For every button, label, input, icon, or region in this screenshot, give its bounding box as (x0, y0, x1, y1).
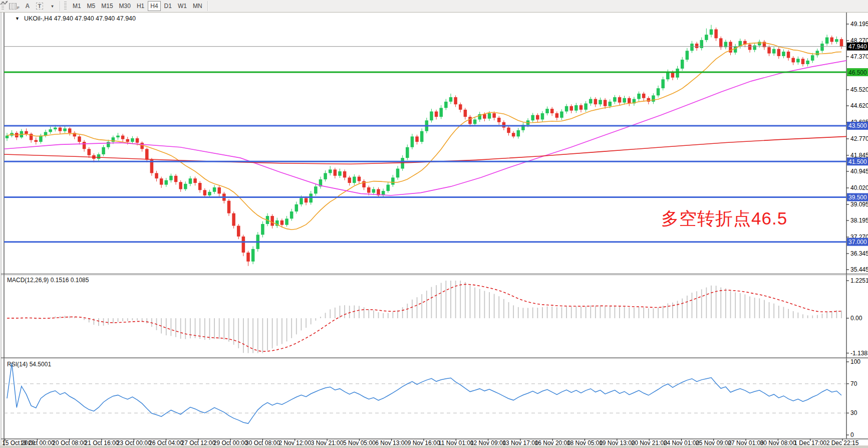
svg-text:37.000: 37.000 (848, 239, 867, 246)
symbol-dropdown-icon[interactable]: ▼ (15, 16, 20, 21)
timeframe-toolbar: M1M5M15M30H1H4D1W1MN (70, 1, 205, 11)
toolbar-separator (60, 1, 61, 11)
rsi-axis-tick: 30 (850, 409, 857, 416)
timeframe-M30[interactable]: M30 (117, 1, 133, 11)
price-tick: 36.345 (850, 250, 868, 257)
chart-title: ▼ UKOil-,H4 47.940 47.940 47.940 47.940 (15, 15, 136, 22)
price-tick: 35.445 (850, 266, 868, 273)
boxed-t-icon: T (36, 3, 44, 10)
mt4-window: F A T ▾ M1M5M15M30H1H4D1W1MN 49.19548.27… (0, 0, 868, 448)
price-tick: 40.020 (850, 184, 868, 191)
date-label: 30 Oct 08:00 (245, 439, 280, 446)
macd-axis-tick: -1.1383 (850, 350, 868, 357)
text-label-tool[interactable]: A (22, 1, 34, 11)
price-tick: 44.620 (850, 102, 868, 109)
text-box-tool[interactable]: T (34, 1, 46, 11)
price-tick: 49.195 (850, 21, 868, 28)
date-label: 27 Nov 01:00 (728, 439, 764, 446)
timeframe-M1[interactable]: M1 (70, 1, 84, 11)
rsi-axis-tick: 0 (850, 431, 854, 438)
svg-text:47.940: 47.940 (848, 43, 867, 50)
price-tick: 45.520 (850, 86, 868, 93)
rsi-line (7, 363, 841, 423)
date-label: 2 Dec 22:15 (826, 439, 859, 446)
toolbar-separator-2 (207, 1, 208, 11)
date-label: 20 Oct 08:00 (52, 439, 87, 446)
letter-a-icon: A (26, 3, 30, 10)
timeframe-drag-handle[interactable] (64, 2, 67, 11)
date-label: 2 Nov 12:00 (278, 439, 311, 446)
date-label: 18 Nov 05:00 (567, 439, 603, 446)
timeframe-H4[interactable]: H4 (148, 1, 160, 11)
date-label: 24 Nov 01:00 (664, 439, 700, 446)
svg-text:39.500: 39.500 (848, 194, 867, 201)
price-tick: 39.095 (850, 201, 868, 208)
toolbar: F A T ▾ M1M5M15M30H1H4D1W1MN (0, 0, 868, 13)
date-label: 1 Dec 17:00 (794, 439, 826, 446)
date-label: 20 Nov 21:00 (631, 439, 667, 446)
date-label: 5 Nov 05:00 (343, 439, 376, 446)
date-label: 11 Nov 01:00 (438, 439, 474, 446)
timeframe-D1[interactable]: D1 (162, 1, 174, 11)
macd-axis-tick: 1.2251 (850, 277, 868, 284)
price-tick: 40.945 (850, 168, 868, 175)
grid-icon (9, 3, 17, 10)
svg-text:46.500: 46.500 (848, 69, 867, 76)
date-label: 9 Nov 16:00 (408, 439, 440, 446)
chart-title-text: UKOil-,H4 47.940 47.940 47.940 47.940 (24, 15, 136, 22)
grid-properties-tool[interactable]: F (7, 1, 22, 11)
date-label: 21 Oct 16:00 (85, 439, 119, 446)
date-label: 6 Nov 13:00 (375, 439, 408, 446)
annotation-text[interactable]: 多空转折点46.5 (661, 207, 787, 231)
timeframe-M15[interactable]: M15 (99, 1, 115, 11)
date-label: 3 Nov 21:00 (311, 439, 344, 446)
date-label: 29 Oct 00:00 (213, 439, 248, 446)
svg-text:41.500: 41.500 (848, 158, 867, 165)
date-label: 16 Nov 20:00 (535, 439, 571, 446)
date-label: 30 Nov 08:00 (760, 439, 796, 446)
arrows-dropdown-caret-icon[interactable]: ▾ (51, 4, 53, 9)
timeframe-MN[interactable]: MN (190, 1, 205, 11)
date-label: 19 Nov 13:00 (599, 439, 635, 446)
rsi-axis-tick: 70 (850, 380, 857, 387)
date-label: 27 Oct 12:00 (181, 439, 215, 446)
timeframe-H1[interactable]: H1 (134, 1, 147, 11)
macd-label: MACD(12,26,9) 0.1516 0.1085 (7, 277, 89, 284)
date-label: 25 Nov 09:00 (696, 439, 732, 446)
timeframe-W1[interactable]: W1 (175, 1, 189, 11)
price-tick: 42.770 (850, 135, 868, 142)
arrows-tool[interactable]: ▾ (46, 1, 58, 11)
price-tick: 38.195 (850, 217, 868, 224)
price-tick: 47.370 (850, 53, 868, 60)
date-label: 26 Oct 04:00 (149, 439, 183, 446)
rsi-label: RSI(14) 54.5001 (7, 361, 51, 368)
rsi-axis-tick: 100 (850, 358, 860, 365)
date-label: 19 Oct 00:00 (20, 439, 55, 446)
date-label: 12 Nov 09:00 (470, 439, 506, 446)
date-label: 13 Nov 17:00 (502, 439, 538, 446)
zigzag-arrows-icon (0, 0, 8, 6)
macd-axis-tick: 0.00 (850, 315, 862, 322)
date-label: 23 Oct 00:00 (117, 439, 151, 446)
svg-text:43.500: 43.500 (848, 122, 867, 129)
ma-slow (4, 136, 846, 164)
timeframe-M5[interactable]: M5 (85, 1, 98, 11)
